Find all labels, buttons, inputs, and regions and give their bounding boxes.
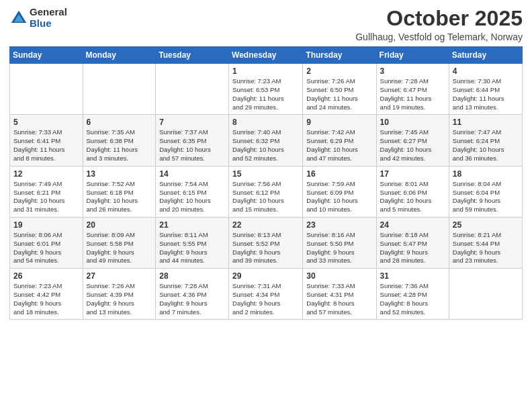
month-title: October 2025 (355, 7, 523, 30)
calendar-week-row: 5Sunrise: 7:33 AMSunset: 6:41 PMDaylight… (10, 115, 523, 166)
table-row: 14Sunrise: 7:54 AMSunset: 6:15 PMDayligh… (156, 166, 229, 217)
table-row: 21Sunrise: 8:11 AMSunset: 5:55 PMDayligh… (156, 217, 229, 268)
day-info: Sunrise: 8:11 AMSunset: 5:55 PMDaylight:… (159, 231, 225, 265)
day-info: Sunrise: 8:01 AMSunset: 6:06 PMDaylight:… (380, 180, 445, 214)
col-tuesday: Tuesday (156, 47, 229, 64)
day-number: 14 (159, 169, 225, 179)
table-row: 13Sunrise: 7:52 AMSunset: 6:18 PMDayligh… (83, 166, 156, 217)
day-number: 13 (87, 169, 152, 179)
table-row: 8Sunrise: 7:40 AMSunset: 6:32 PMDaylight… (229, 115, 303, 166)
table-row: 4Sunrise: 7:30 AMSunset: 6:44 PMDaylight… (449, 64, 522, 115)
table-row: 1Sunrise: 7:23 AMSunset: 6:53 PMDaylight… (229, 64, 303, 115)
day-info: Sunrise: 7:23 AMSunset: 4:42 PMDaylight:… (13, 282, 79, 316)
day-number: 15 (232, 169, 299, 179)
table-row: 7Sunrise: 7:37 AMSunset: 6:35 PMDaylight… (156, 115, 229, 166)
day-info: Sunrise: 7:59 AMSunset: 6:09 PMDaylight:… (306, 180, 372, 214)
col-sunday: Sunday (10, 47, 83, 64)
day-number: 28 (159, 271, 225, 281)
day-number: 7 (159, 118, 225, 127)
table-row: 3Sunrise: 7:28 AMSunset: 6:47 PMDaylight… (376, 64, 449, 115)
table-row: 27Sunrise: 7:26 AMSunset: 4:39 PMDayligh… (83, 269, 156, 320)
table-row: 5Sunrise: 7:33 AMSunset: 6:41 PMDaylight… (10, 115, 83, 166)
day-info: Sunrise: 7:30 AMSunset: 6:44 PMDaylight:… (453, 77, 519, 111)
table-row: 16Sunrise: 7:59 AMSunset: 6:09 PMDayligh… (303, 166, 376, 217)
day-number: 8 (232, 118, 299, 127)
table-row: 22Sunrise: 8:13 AMSunset: 5:52 PMDayligh… (229, 217, 303, 268)
day-info: Sunrise: 8:09 AMSunset: 5:58 PMDaylight:… (87, 231, 152, 265)
day-info: Sunrise: 7:49 AMSunset: 6:21 PMDaylight:… (13, 180, 79, 214)
col-friday: Friday (376, 47, 449, 64)
day-info: Sunrise: 7:26 AMSunset: 6:50 PMDaylight:… (306, 77, 372, 111)
day-number: 1 (232, 66, 299, 76)
day-number: 27 (87, 271, 152, 281)
day-number: 16 (306, 169, 372, 179)
day-number: 21 (159, 220, 225, 230)
logo-general-text: General (30, 7, 67, 18)
table-row: 15Sunrise: 7:56 AMSunset: 6:12 PMDayligh… (229, 166, 303, 217)
col-monday: Monday (83, 47, 156, 64)
table-row (83, 64, 156, 115)
day-info: Sunrise: 7:33 AMSunset: 6:41 PMDaylight:… (13, 128, 79, 163)
col-wednesday: Wednesday (229, 47, 303, 64)
day-info: Sunrise: 7:36 AMSunset: 4:28 PMDaylight:… (380, 282, 445, 316)
calendar-week-row: 12Sunrise: 7:49 AMSunset: 6:21 PMDayligh… (10, 166, 523, 217)
day-number: 11 (453, 118, 519, 127)
header: General Blue October 2025 Gullhaug, Vest… (9, 7, 523, 42)
day-number: 4 (453, 66, 519, 76)
table-row: 9Sunrise: 7:42 AMSunset: 6:29 PMDaylight… (303, 115, 376, 166)
day-info: Sunrise: 7:40 AMSunset: 6:32 PMDaylight:… (232, 128, 299, 163)
day-info: Sunrise: 8:04 AMSunset: 6:04 PMDaylight:… (453, 180, 519, 214)
day-info: Sunrise: 7:26 AMSunset: 4:39 PMDaylight:… (87, 282, 152, 316)
day-info: Sunrise: 7:52 AMSunset: 6:18 PMDaylight:… (87, 180, 152, 214)
day-number: 31 (380, 271, 445, 281)
table-row: 28Sunrise: 7:28 AMSunset: 4:36 PMDayligh… (156, 269, 229, 320)
logo-text: General Blue (30, 7, 67, 29)
table-row (156, 64, 229, 115)
day-number: 30 (306, 271, 372, 281)
day-number: 3 (380, 66, 445, 76)
day-info: Sunrise: 7:47 AMSunset: 6:24 PMDaylight:… (453, 128, 519, 163)
day-number: 29 (232, 271, 299, 281)
day-number: 18 (453, 169, 519, 179)
col-saturday: Saturday (449, 47, 522, 64)
logo-icon (9, 9, 28, 28)
day-info: Sunrise: 7:56 AMSunset: 6:12 PMDaylight:… (232, 180, 299, 214)
calendar: Sunday Monday Tuesday Wednesday Thursday… (9, 46, 523, 320)
table-row: 11Sunrise: 7:47 AMSunset: 6:24 PMDayligh… (449, 115, 522, 166)
calendar-week-row: 1Sunrise: 7:23 AMSunset: 6:53 PMDaylight… (10, 64, 523, 115)
table-row: 10Sunrise: 7:45 AMSunset: 6:27 PMDayligh… (376, 115, 449, 166)
logo-blue-text: Blue (30, 18, 67, 30)
day-number: 6 (87, 118, 152, 127)
table-row: 18Sunrise: 8:04 AMSunset: 6:04 PMDayligh… (449, 166, 522, 217)
table-row: 26Sunrise: 7:23 AMSunset: 4:42 PMDayligh… (10, 269, 83, 320)
day-info: Sunrise: 7:35 AMSunset: 6:38 PMDaylight:… (87, 128, 152, 163)
day-number: 26 (13, 271, 79, 281)
day-number: 19 (13, 220, 79, 230)
calendar-week-row: 19Sunrise: 8:06 AMSunset: 6:01 PMDayligh… (10, 217, 523, 268)
day-number: 5 (13, 118, 79, 127)
col-thursday: Thursday (303, 47, 376, 64)
table-row: 30Sunrise: 7:33 AMSunset: 4:31 PMDayligh… (303, 269, 376, 320)
day-info: Sunrise: 7:28 AMSunset: 6:47 PMDaylight:… (380, 77, 445, 111)
table-row: 24Sunrise: 8:18 AMSunset: 5:47 PMDayligh… (376, 217, 449, 268)
day-number: 20 (87, 220, 152, 230)
table-row: 29Sunrise: 7:31 AMSunset: 4:34 PMDayligh… (229, 269, 303, 320)
calendar-header-row: Sunday Monday Tuesday Wednesday Thursday… (10, 47, 523, 64)
day-info: Sunrise: 8:21 AMSunset: 5:44 PMDaylight:… (453, 231, 519, 265)
table-row: 25Sunrise: 8:21 AMSunset: 5:44 PMDayligh… (449, 217, 522, 268)
day-info: Sunrise: 7:42 AMSunset: 6:29 PMDaylight:… (306, 128, 372, 163)
day-info: Sunrise: 7:28 AMSunset: 4:36 PMDaylight:… (159, 282, 225, 316)
day-info: Sunrise: 8:06 AMSunset: 6:01 PMDaylight:… (13, 231, 79, 265)
day-number: 23 (306, 220, 372, 230)
table-row: 17Sunrise: 8:01 AMSunset: 6:06 PMDayligh… (376, 166, 449, 217)
day-number: 25 (453, 220, 519, 230)
page: General Blue October 2025 Gullhaug, Vest… (0, 0, 532, 329)
logo: General Blue (9, 7, 67, 29)
day-info: Sunrise: 7:23 AMSunset: 6:53 PMDaylight:… (232, 77, 299, 111)
table-row: 19Sunrise: 8:06 AMSunset: 6:01 PMDayligh… (10, 217, 83, 268)
day-info: Sunrise: 8:16 AMSunset: 5:50 PMDaylight:… (306, 231, 372, 265)
table-row (10, 64, 83, 115)
day-number: 22 (232, 220, 299, 230)
day-info: Sunrise: 7:31 AMSunset: 4:34 PMDaylight:… (232, 282, 299, 316)
day-info: Sunrise: 8:13 AMSunset: 5:52 PMDaylight:… (232, 231, 299, 265)
